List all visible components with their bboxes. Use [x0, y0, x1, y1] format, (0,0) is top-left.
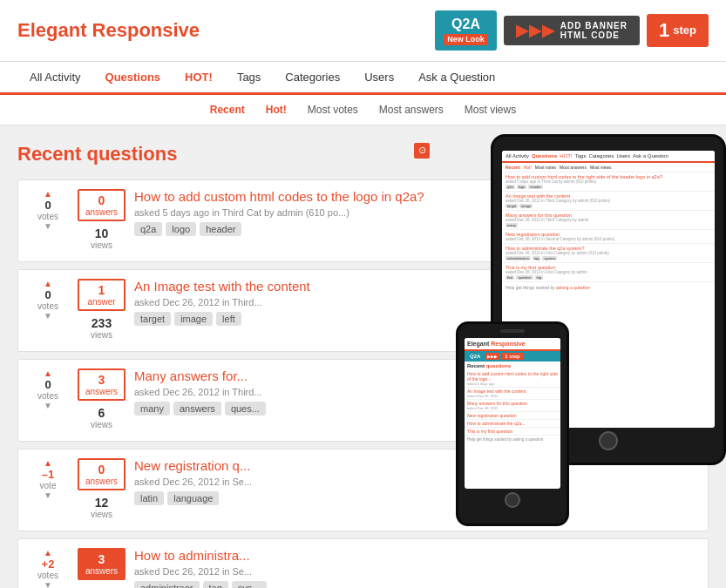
- vote-count: –1: [42, 468, 54, 481]
- nav-tags[interactable]: Tags: [225, 62, 273, 92]
- answer-label: answers: [85, 566, 119, 576]
- subnav-most-votes[interactable]: Most votes: [297, 100, 369, 119]
- tag-item[interactable]: q2a: [134, 222, 162, 236]
- views-count: 233: [83, 316, 120, 330]
- tag-item[interactable]: ques...: [225, 402, 266, 416]
- question-meta: asked Dec 26, 2012 in Third...: [134, 297, 699, 308]
- answer-label: answers: [85, 387, 119, 396]
- q2a-badge[interactable]: Q2A New Look: [435, 10, 497, 51]
- tag-item[interactable]: target: [134, 312, 171, 326]
- question-title-link[interactable]: New registration q...: [134, 458, 250, 473]
- question-content: How to administra... asked Dec 26, 2012 …: [134, 548, 699, 588]
- stats-section: 3 answers 13 views: [78, 548, 126, 588]
- nav-questions[interactable]: Questions: [93, 62, 173, 92]
- views-box: 13 views: [78, 583, 126, 588]
- question-tags: latin language: [134, 491, 699, 505]
- question-tags: many answers ques...: [134, 402, 699, 416]
- vote-down-icon[interactable]: ▼: [44, 580, 52, 588]
- tag-item[interactable]: answers: [173, 402, 221, 416]
- arrow-icon: ▶▶▶: [516, 21, 555, 40]
- question-tags: target image left: [134, 312, 699, 326]
- views-box: 12 views: [78, 493, 126, 522]
- table-row: ▲ +2 votes ▼ 3 answers 13 views: [17, 538, 709, 588]
- table-row: ▲ 0 votes ▼ 1 answer 233 views A: [17, 269, 709, 352]
- vote-label: votes: [37, 301, 58, 311]
- question-title-link[interactable]: How to add custom html codes to the logo…: [134, 189, 424, 204]
- question-title-link[interactable]: Many answers for...: [134, 368, 248, 383]
- answers-box: 3 answers: [78, 368, 126, 401]
- table-row: ▲ 0 votes ▼ 3 answers 6 views Ma: [17, 359, 709, 442]
- answers-box: 3 answers: [78, 548, 126, 580]
- views-label: views: [83, 240, 120, 250]
- vote-up-icon[interactable]: ▲: [44, 279, 52, 288]
- views-box: 233 views: [78, 314, 126, 342]
- tag-item[interactable]: latin: [134, 491, 164, 505]
- answers-box: 0 answers: [78, 458, 126, 490]
- nav-ask-question[interactable]: Ask a Question: [406, 62, 507, 92]
- views-count: 6: [83, 406, 120, 420]
- vote-section: ▲ 0 votes ▼: [27, 189, 69, 231]
- tag-item[interactable]: tag: [203, 581, 228, 588]
- views-count: 10: [83, 226, 120, 240]
- add-banner-button[interactable]: ▶▶▶ ADD BANNER HTML CODE: [504, 16, 640, 45]
- subnav-most-views[interactable]: Most views: [454, 100, 526, 119]
- vote-up-icon[interactable]: ▲: [44, 368, 52, 378]
- vote-down-icon[interactable]: ▼: [44, 311, 52, 321]
- nav-all-activity[interactable]: All Activity: [17, 62, 93, 92]
- vote-up-icon[interactable]: ▲: [44, 548, 52, 558]
- step-number: 1: [659, 19, 669, 42]
- tag-item[interactable]: header: [200, 222, 241, 236]
- views-label: views: [83, 330, 120, 340]
- tag-item[interactable]: administraor: [134, 581, 200, 588]
- subnav-hot[interactable]: Hot!: [255, 100, 297, 119]
- table-row: ▲ 0 votes ▼ 0 answers 10 views H: [17, 179, 709, 262]
- vote-down-icon[interactable]: ▼: [44, 490, 52, 500]
- step-label: step: [673, 24, 696, 37]
- author-link[interactable]: admin: [277, 207, 303, 218]
- stats-section: 3 answers 6 views: [78, 368, 126, 432]
- tag-item[interactable]: language: [167, 491, 219, 505]
- subnav-most-answers[interactable]: Most answers: [369, 100, 454, 119]
- tag-item[interactable]: logo: [166, 222, 196, 236]
- question-content: New registration q... asked Dec 26, 2012…: [134, 458, 699, 505]
- answer-label: answers: [85, 207, 119, 217]
- question-meta: asked Dec 26, 2012 in Third...: [134, 387, 699, 397]
- stats-section: 1 answer 233 views: [78, 279, 126, 342]
- tag-item[interactable]: many: [134, 402, 170, 416]
- vote-down-icon[interactable]: ▼: [44, 221, 52, 231]
- rss-icon[interactable]: ⊙: [414, 143, 430, 159]
- answer-count: 1: [85, 283, 119, 297]
- logo-responsive: Responsive: [92, 19, 200, 41]
- tag-item[interactable]: left: [216, 312, 241, 326]
- subnav-recent[interactable]: Recent: [200, 100, 255, 119]
- main-nav: All Activity Questions HOT! Tags Categor…: [0, 62, 726, 95]
- vote-up-icon[interactable]: ▲: [44, 189, 52, 199]
- vote-up-icon[interactable]: ▲: [44, 458, 52, 468]
- step-badge[interactable]: 1 step: [647, 14, 709, 47]
- banner-text: ADD BANNER HTML CODE: [560, 21, 628, 40]
- vote-label: votes: [37, 212, 58, 221]
- views-box: 10 views: [78, 224, 126, 253]
- nav-users[interactable]: Users: [352, 62, 406, 92]
- q2a-new-look: New Look: [444, 34, 488, 45]
- question-content: Many answers for... asked Dec 26, 2012 i…: [134, 368, 699, 416]
- tag-item[interactable]: image: [174, 312, 213, 326]
- question-title-link[interactable]: How to administra...: [134, 548, 250, 563]
- table-row: ▲ –1 vote ▼ 0 answers 12 views N: [17, 449, 709, 531]
- tag-item[interactable]: sys...: [232, 581, 267, 588]
- question-content: How to add custom html codes to the logo…: [134, 189, 699, 236]
- nav-hot[interactable]: HOT!: [173, 62, 225, 92]
- question-title-link[interactable]: An Image test with the content: [134, 279, 310, 294]
- sub-nav: Recent Hot! Most votes Most answers Most…: [0, 95, 726, 125]
- nav-categories[interactable]: Categories: [273, 62, 352, 92]
- question-meta: asked Dec 26, 2012 in Se...: [134, 566, 699, 577]
- vote-label: vote: [40, 481, 57, 490]
- vote-count: +2: [42, 558, 55, 571]
- vote-down-icon[interactable]: ▼: [44, 401, 52, 410]
- rss-icon-wrapper: ⊙: [414, 143, 430, 159]
- answer-count: 0: [85, 463, 119, 476]
- vote-section: ▲ 0 votes ▼: [27, 279, 69, 321]
- answer-count: 3: [85, 373, 119, 387]
- question-content: An Image test with the content asked Dec…: [134, 279, 699, 326]
- vote-label: votes: [37, 571, 58, 580]
